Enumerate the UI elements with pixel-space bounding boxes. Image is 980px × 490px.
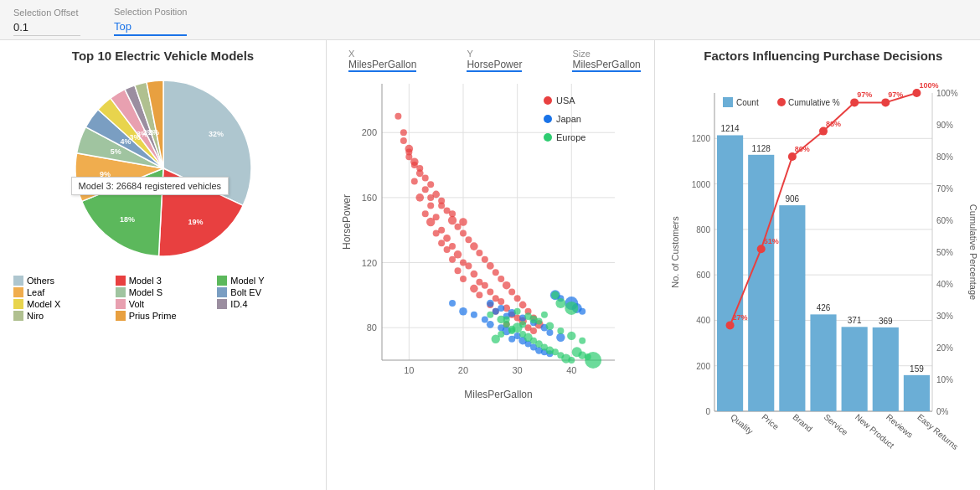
svg-point-105 xyxy=(482,316,488,322)
legend-color-box xyxy=(13,287,23,297)
pareto-title: Factors Influencing Purchase Decisions xyxy=(668,49,978,63)
svg-point-92 xyxy=(508,288,515,295)
svg-point-170 xyxy=(544,115,552,123)
legend-item: Leaf xyxy=(13,287,109,297)
svg-point-247 xyxy=(777,98,786,106)
svg-rect-205 xyxy=(748,155,774,411)
svg-text:1000: 1000 xyxy=(692,180,711,189)
pie-chart: 32%19%18%9%5%4%3%3%2%2% xyxy=(63,68,264,269)
svg-text:88%: 88% xyxy=(826,120,841,128)
svg-point-159 xyxy=(555,298,565,308)
svg-point-166 xyxy=(492,335,500,343)
svg-text:32%: 32% xyxy=(208,130,223,138)
svg-point-128 xyxy=(546,329,553,336)
svg-text:1200: 1200 xyxy=(692,134,711,143)
svg-point-72 xyxy=(400,137,407,144)
selection-position-group: Selection Position Top xyxy=(114,7,187,36)
svg-point-36 xyxy=(411,178,418,184)
svg-text:Cumulative %: Cumulative % xyxy=(788,98,840,107)
svg-point-103 xyxy=(459,307,467,316)
svg-text:30%: 30% xyxy=(936,312,953,321)
svg-point-102 xyxy=(449,300,456,307)
svg-point-99 xyxy=(438,203,445,209)
legend-color-box xyxy=(217,299,227,309)
svg-text:90%: 90% xyxy=(936,121,953,130)
legend-label: Model S xyxy=(129,287,162,297)
svg-point-122 xyxy=(487,300,494,307)
svg-text:Reviews: Reviews xyxy=(885,412,915,440)
svg-rect-245 xyxy=(723,97,733,107)
svg-point-235 xyxy=(819,127,828,136)
svg-point-233 xyxy=(788,152,797,161)
svg-point-172 xyxy=(544,133,552,142)
svg-point-60 xyxy=(476,291,482,298)
legend-label: Niro xyxy=(27,311,44,321)
svg-text:20%: 20% xyxy=(936,343,953,353)
pie-legend: OthersModel 3Model YLeafModel SBolt EVMo… xyxy=(13,276,312,321)
selection-position-label: Selection Position xyxy=(114,7,187,17)
legend-item: Volt xyxy=(116,299,211,309)
svg-point-48 xyxy=(444,246,451,253)
svg-text:97%: 97% xyxy=(888,90,903,99)
svg-point-160 xyxy=(565,302,578,315)
svg-text:HorsePower: HorsePower xyxy=(341,194,353,250)
svg-point-45 xyxy=(443,235,451,242)
svg-rect-208 xyxy=(779,205,805,411)
svg-point-146 xyxy=(568,357,575,364)
svg-point-54 xyxy=(471,271,478,278)
svg-point-46 xyxy=(438,240,445,246)
top-bar: Selection Offset 0.1 Selection Position … xyxy=(0,0,980,40)
legend-item: Others xyxy=(13,276,109,286)
legend-item: Model X xyxy=(13,299,109,309)
svg-point-156 xyxy=(567,332,575,340)
legend-item: Prius Prime xyxy=(116,311,211,321)
svg-text:MilesPerGallon: MilesPerGallon xyxy=(464,389,532,400)
svg-point-44 xyxy=(433,230,440,237)
svg-point-241 xyxy=(912,89,921,97)
selection-position-value[interactable]: Top xyxy=(114,20,187,36)
svg-point-151 xyxy=(514,308,521,315)
legend-label: Bolt EV xyxy=(230,287,261,297)
svg-text:80%: 80% xyxy=(795,145,810,153)
legend-item: ID.4 xyxy=(217,299,312,309)
svg-point-237 xyxy=(850,98,859,106)
svg-text:100%: 100% xyxy=(936,89,958,98)
svg-text:1214: 1214 xyxy=(720,124,740,133)
svg-point-40 xyxy=(422,210,429,217)
legend-label: Others xyxy=(27,276,54,286)
svg-point-239 xyxy=(881,98,890,106)
svg-point-91 xyxy=(503,281,511,290)
svg-text:80: 80 xyxy=(367,322,377,333)
svg-point-150 xyxy=(585,352,601,369)
svg-text:0: 0 xyxy=(705,407,710,416)
pie-title: Top 10 Electric Vehicle Models xyxy=(13,49,312,63)
svg-text:426: 426 xyxy=(816,303,830,312)
selection-offset-value[interactable]: 0.1 xyxy=(13,21,80,36)
svg-text:20: 20 xyxy=(458,365,468,375)
svg-point-88 xyxy=(487,262,494,270)
svg-point-90 xyxy=(498,276,504,282)
svg-text:2%: 2% xyxy=(148,128,159,137)
svg-point-101 xyxy=(459,218,467,226)
svg-text:Easy Returns: Easy Returns xyxy=(916,412,960,451)
svg-rect-211 xyxy=(810,314,836,411)
svg-point-30 xyxy=(395,113,401,120)
svg-point-110 xyxy=(508,336,515,343)
svg-text:200: 200 xyxy=(362,127,377,137)
svg-rect-217 xyxy=(872,328,898,411)
svg-point-38 xyxy=(415,193,424,202)
legend-color-box xyxy=(13,276,23,286)
svg-point-164 xyxy=(508,326,516,333)
svg-text:159: 159 xyxy=(910,364,924,374)
pareto-chart: 0200400600800100012000%10%20%30%40%50%60… xyxy=(668,68,978,478)
svg-text:100%: 100% xyxy=(919,81,938,90)
svg-point-62 xyxy=(498,298,504,305)
svg-text:400: 400 xyxy=(696,316,710,325)
svg-point-50 xyxy=(449,256,456,263)
legend-label: Model X xyxy=(27,299,60,309)
y-axis-name: HorsePower xyxy=(467,59,522,72)
svg-point-104 xyxy=(471,312,477,318)
svg-point-31 xyxy=(400,129,407,136)
svg-text:Cumulative Percentage: Cumulative Percentage xyxy=(968,204,978,300)
svg-text:60%: 60% xyxy=(936,216,953,225)
